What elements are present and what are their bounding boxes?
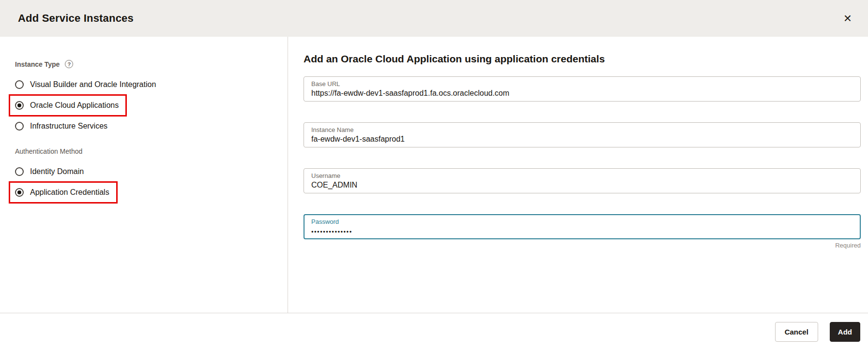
form-heading: Add an Oracle Cloud Application using ap…	[304, 53, 861, 65]
radio-identity-domain[interactable]: Identity Domain	[15, 163, 288, 180]
authentication-method-radio-group: Identity Domain Application Credentials	[15, 163, 288, 204]
radio-unselected-icon	[15, 122, 24, 131]
authentication-method-label: Authentication Method	[15, 147, 82, 155]
base-url-field[interactable]: Base URL https://fa-ewdw-dev1-saasfaprod…	[304, 76, 861, 102]
authentication-method-section: Authentication Method Identity Domain Ap…	[15, 147, 288, 204]
credentials-form-panel: Add an Oracle Cloud Application using ap…	[288, 37, 868, 313]
radio-application-credentials[interactable]: Application Credentials	[15, 184, 109, 201]
close-icon[interactable]: ×	[840, 10, 855, 27]
radio-visual-builder-and-oracle-integration[interactable]: Visual Builder and Oracle Integration	[15, 76, 288, 93]
page-title: Add Service Instances	[18, 12, 134, 25]
password-required-hint: Required	[304, 242, 861, 249]
base-url-value: https://fa-ewdw-dev1-saasfaprod1.fa.ocs.…	[311, 88, 853, 99]
cancel-button[interactable]: Cancel	[775, 322, 818, 342]
password-field-wrap: Password •••••••••••••• Required	[304, 214, 861, 249]
authentication-method-label-row: Authentication Method	[15, 147, 288, 155]
add-button[interactable]: Add	[830, 322, 860, 342]
base-url-label: Base URL	[311, 80, 853, 88]
instance-name-field[interactable]: Instance Name fa-ewdw-dev1-saasfaprod1	[304, 122, 861, 147]
annotation-box-oracle-cloud-applications: Oracle Cloud Applications	[9, 94, 127, 117]
instance-name-label: Instance Name	[311, 126, 853, 134]
radio-unselected-icon	[15, 80, 24, 89]
password-label: Password	[311, 218, 853, 226]
username-field[interactable]: Username COE_ADMIN	[304, 168, 861, 193]
radio-oracle-cloud-applications[interactable]: Oracle Cloud Applications	[15, 97, 119, 114]
radio-unselected-icon	[15, 167, 24, 176]
radio-label: Infrastructure Services	[30, 122, 107, 131]
instance-type-label-row: Instance Type ?	[15, 60, 288, 68]
annotation-box-application-credentials: Application Credentials	[9, 181, 118, 204]
password-value: ••••••••••••••	[311, 226, 853, 236]
add-service-instances-dialog: Add Service Instances × Instance Type ? …	[0, 0, 868, 350]
radio-selected-icon	[15, 101, 24, 110]
username-value: COE_ADMIN	[311, 180, 853, 190]
password-field[interactable]: Password ••••••••••••••	[304, 214, 861, 239]
radio-label: Application Credentials	[30, 188, 109, 197]
radio-label: Visual Builder and Oracle Integration	[30, 80, 156, 89]
help-icon[interactable]: ?	[65, 60, 73, 68]
dialog-header: Add Service Instances ×	[0, 0, 868, 37]
radio-selected-icon	[15, 188, 24, 197]
instance-type-label: Instance Type	[15, 60, 60, 68]
instance-type-radio-group: Visual Builder and Oracle Integration Or…	[15, 76, 288, 135]
radio-infrastructure-services[interactable]: Infrastructure Services	[15, 117, 288, 135]
radio-label: Identity Domain	[30, 167, 84, 176]
radio-label: Oracle Cloud Applications	[30, 101, 119, 110]
dialog-footer: Cancel Add	[0, 313, 868, 350]
instance-name-value: fa-ewdw-dev1-saasfaprod1	[311, 134, 853, 145]
dialog-body: Instance Type ? Visual Builder and Oracl…	[0, 37, 868, 313]
username-label: Username	[311, 172, 853, 180]
instance-type-panel: Instance Type ? Visual Builder and Oracl…	[0, 37, 288, 313]
